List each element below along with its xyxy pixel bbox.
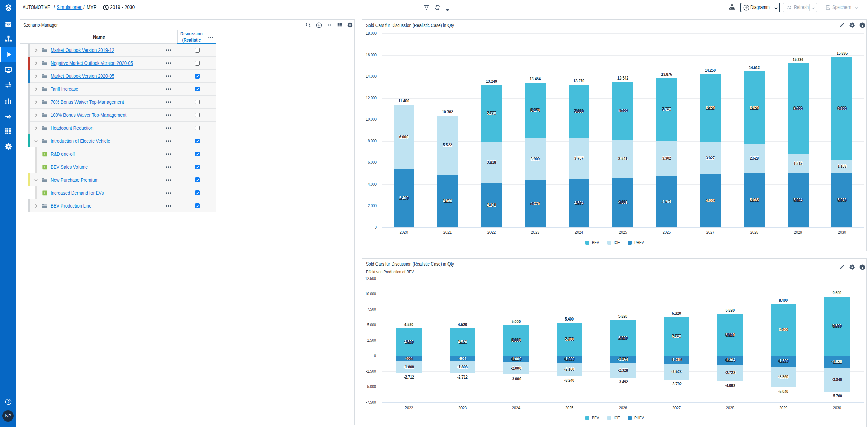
svg-text:?: ? — [7, 400, 10, 404]
